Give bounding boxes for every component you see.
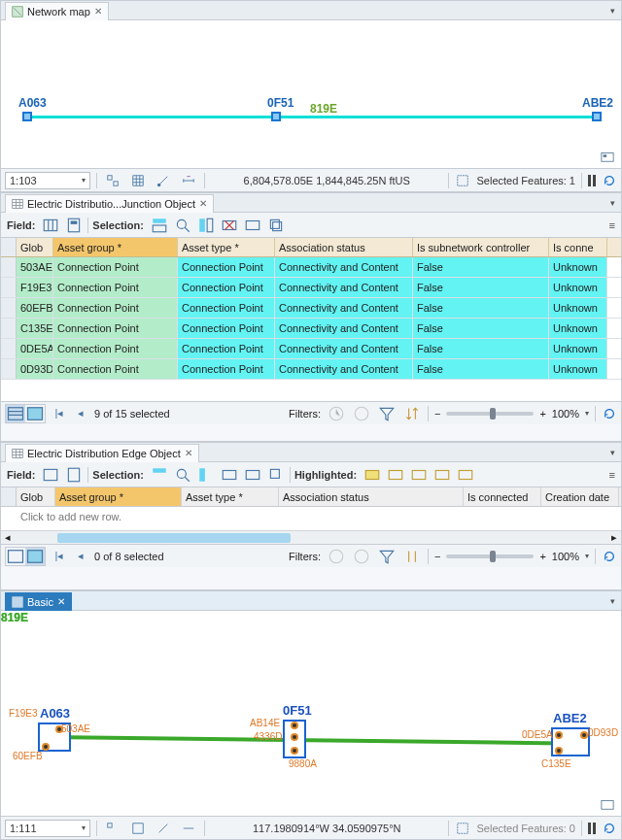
- col-creation-date[interactable]: Creation date: [541, 487, 619, 506]
- edge-grid[interactable]: Glob Asset group * Asset type * Associat…: [1, 487, 621, 530]
- col-glob[interactable]: Glob: [17, 487, 55, 506]
- close-icon[interactable]: ✕: [57, 596, 65, 607]
- scroll-left-icon[interactable]: ◂: [1, 531, 15, 544]
- pause-icon[interactable]: [588, 823, 596, 834]
- grid-icon[interactable]: [128, 171, 148, 190]
- col-connected[interactable]: Is connected: [464, 487, 541, 506]
- cell-glob[interactable]: 0DE5A: [17, 339, 53, 358]
- cell-sub[interactable]: False: [413, 278, 549, 297]
- view-all-icon[interactable]: [6, 548, 25, 565]
- cell-group[interactable]: Connection Point: [53, 319, 178, 338]
- cell-glob[interactable]: 60EFB: [17, 298, 53, 318]
- snap-icon[interactable]: [103, 819, 122, 838]
- cell-glob[interactable]: 0D93D: [17, 359, 53, 379]
- copy-selection-icon[interactable]: [266, 465, 286, 485]
- add-field-icon[interactable]: [41, 216, 60, 235]
- cell-type[interactable]: Connection Point: [178, 278, 275, 297]
- col-asset-group[interactable]: Asset group *: [53, 238, 178, 256]
- highlight-5-icon[interactable]: [456, 465, 475, 485]
- panel-menu-caret[interactable]: ▾: [610, 448, 615, 457]
- measure-icon[interactable]: [179, 819, 198, 838]
- close-icon[interactable]: ✕: [94, 6, 102, 17]
- junction-dot[interactable]: [291, 722, 298, 729]
- constraints-icon[interactable]: [154, 819, 173, 838]
- nav-prev-icon[interactable]: ◂: [73, 549, 88, 564]
- selection-icon[interactable]: [455, 173, 470, 188]
- chevron-down-icon[interactable]: ▾: [585, 552, 589, 560]
- col-glob[interactable]: Glob: [17, 238, 53, 256]
- snap-icon[interactable]: [103, 171, 122, 190]
- filter-funnel-icon[interactable]: [377, 547, 397, 566]
- chevron-down-icon[interactable]: ▾: [585, 409, 589, 418]
- scale-combo[interactable]: 1:103▾: [5, 172, 90, 189]
- col-asset-group[interactable]: Asset group *: [55, 487, 182, 506]
- overview-icon[interactable]: [600, 149, 615, 164]
- delete-selection-icon[interactable]: [243, 216, 262, 235]
- menu-icon[interactable]: ≡: [609, 219, 615, 231]
- menu-icon[interactable]: ≡: [609, 469, 615, 481]
- col-subnet[interactable]: Is subnetwork controller: [413, 238, 549, 256]
- cell-glob[interactable]: C135E: [17, 319, 53, 338]
- cell-group[interactable]: Connection Point: [53, 359, 178, 379]
- view-selected-icon[interactable]: [25, 548, 45, 565]
- switch-selection-icon[interactable]: [196, 216, 216, 235]
- tab-edge-object[interactable]: Electric Distribution Edge Object ✕: [5, 444, 199, 462]
- clear-selection-icon[interactable]: [220, 216, 239, 235]
- overview-icon[interactable]: [600, 796, 615, 812]
- refresh-icon[interactable]: [602, 406, 617, 421]
- calc-field-icon[interactable]: [64, 465, 84, 485]
- row-header[interactable]: [1, 319, 17, 338]
- zoom-to-icon[interactable]: [173, 465, 192, 485]
- cell-conn[interactable]: Unknown: [549, 359, 607, 379]
- select-by-attr-icon[interactable]: [150, 216, 169, 235]
- zoom-to-icon[interactable]: [173, 216, 192, 235]
- edge-line[interactable]: [28, 116, 596, 118]
- cell-sub[interactable]: False: [413, 319, 549, 338]
- cell-conn[interactable]: Unknown: [549, 339, 607, 358]
- zoom-slider[interactable]: [446, 412, 534, 416]
- cell-type[interactable]: Connection Point: [178, 257, 275, 277]
- cell-assoc[interactable]: Connectivity and Content: [275, 298, 413, 318]
- table-row[interactable]: C135EConnection PointConnection PointCon…: [1, 319, 621, 339]
- scroll-thumb[interactable]: [57, 533, 291, 543]
- table-row[interactable]: 0D93DConnection PointConnection PointCon…: [1, 359, 621, 380]
- col-asset-type[interactable]: Asset type *: [178, 238, 275, 256]
- filter-extent-icon[interactable]: [352, 404, 371, 423]
- cell-assoc[interactable]: Connectivity and Content: [275, 257, 413, 277]
- junction-dot[interactable]: [555, 747, 563, 755]
- row-header-corner[interactable]: [1, 487, 17, 506]
- junction-dot[interactable]: [555, 731, 563, 739]
- junction-dot[interactable]: [291, 747, 298, 755]
- table-row[interactable]: 60EFBConnection PointConnection PointCon…: [1, 298, 621, 319]
- junction-dot[interactable]: [42, 743, 50, 751]
- node-0f51[interactable]: [271, 112, 281, 121]
- cell-conn[interactable]: Unknown: [549, 298, 607, 318]
- cell-assoc[interactable]: Connectivity and Content: [275, 339, 413, 358]
- filter-time-icon[interactable]: [327, 547, 346, 566]
- highlight-2-icon[interactable]: [386, 465, 405, 485]
- row-header-corner[interactable]: [1, 238, 17, 256]
- map1-canvas[interactable]: 819E A063 0F51 ABE2: [1, 20, 621, 168]
- grid-icon[interactable]: [128, 819, 148, 838]
- junction-grid[interactable]: Glob Asset group * Asset type * Associat…: [1, 238, 621, 401]
- cell-sub[interactable]: False: [413, 359, 549, 379]
- highlight-1-icon[interactable]: [363, 465, 382, 485]
- view-selected-icon[interactable]: [25, 405, 45, 422]
- row-header[interactable]: [1, 359, 17, 379]
- junction-dot[interactable]: [291, 733, 298, 741]
- zoom-minus[interactable]: −: [434, 551, 440, 562]
- refresh-icon[interactable]: [602, 549, 617, 564]
- tab-basic[interactable]: Basic ✕: [5, 592, 72, 611]
- highlight-4-icon[interactable]: [432, 465, 452, 485]
- cell-assoc[interactable]: Connectivity and Content: [275, 278, 413, 297]
- close-icon[interactable]: ✕: [185, 448, 192, 458]
- filter-sort-icon[interactable]: [402, 547, 422, 566]
- view-all-icon[interactable]: [6, 405, 25, 422]
- panel-menu-caret[interactable]: ▾: [610, 198, 615, 208]
- panel-menu-caret[interactable]: ▾: [610, 6, 615, 16]
- scroll-right-icon[interactable]: ▸: [607, 531, 621, 544]
- calc-field-icon[interactable]: [64, 216, 84, 235]
- cell-glob[interactable]: 503AE: [17, 257, 53, 277]
- row-header[interactable]: [1, 257, 17, 277]
- junction-dot[interactable]: [580, 731, 588, 739]
